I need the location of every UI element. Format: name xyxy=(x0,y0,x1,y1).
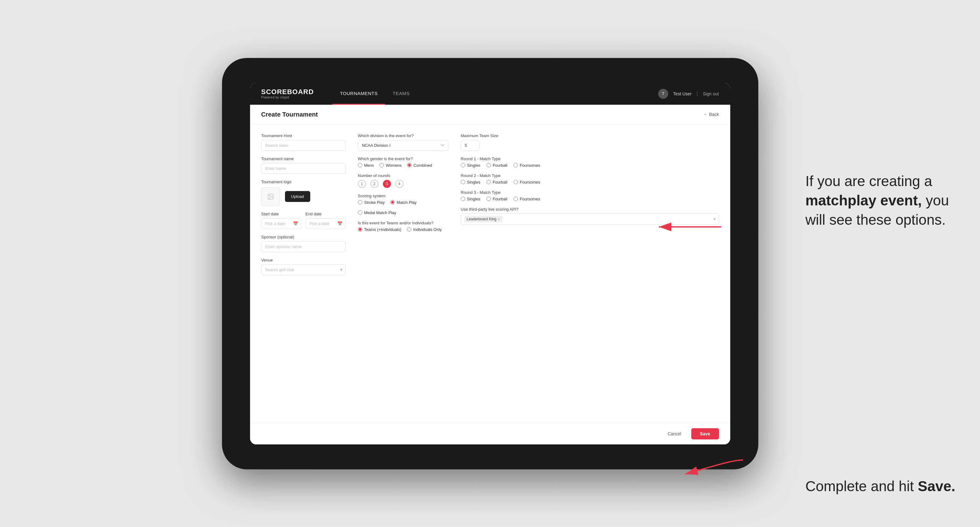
annotation-bottom: Complete and hit Save. xyxy=(805,476,961,496)
round-3[interactable]: 3 xyxy=(383,180,391,188)
tournament-name-field: Tournament name xyxy=(261,156,345,174)
back-link[interactable]: ← Back xyxy=(703,112,719,117)
r3-singles[interactable]: Singles xyxy=(461,197,480,201)
sponsor-input[interactable] xyxy=(261,241,345,252)
api-tag-value: Leaderboard King xyxy=(467,217,496,221)
tournament-host-input[interactable] xyxy=(261,140,345,151)
round2-label: Round 2 - Match Type xyxy=(461,173,719,178)
page-header: Create Tournament ← Back xyxy=(250,105,730,125)
round-2[interactable]: 2 xyxy=(371,180,379,188)
date-row: Start date 📅 End date 📅 xyxy=(261,212,345,229)
round-1[interactable]: 1 xyxy=(358,180,366,188)
annotation-bottom-text1: Complete and hit xyxy=(805,478,918,494)
scoring-api-label: Use third-party live scoring API? xyxy=(461,207,719,212)
event-individuals[interactable]: Individuals Only xyxy=(407,227,442,232)
sponsor-label: Sponsor (optional) xyxy=(261,235,345,239)
tournament-name-input[interactable] xyxy=(261,163,345,174)
division-select[interactable]: NCAA Division I NCAA Division II NCAA Di… xyxy=(358,140,449,151)
annotation-right: If you are creating a matchplay event, y… xyxy=(805,171,961,229)
scoring-match-label: Match Play xyxy=(397,200,417,205)
gender-mens[interactable]: Mens xyxy=(358,163,374,168)
avatar: T xyxy=(658,89,668,99)
event-individuals-label: Individuals Only xyxy=(413,227,442,232)
rounds-field: Number of rounds 1 2 3 4 xyxy=(358,173,449,188)
end-date-wrap: 📅 xyxy=(305,218,345,229)
cancel-button[interactable]: Cancel xyxy=(661,428,687,440)
tournament-logo-label: Tournament logo xyxy=(261,179,345,184)
arrow-save xyxy=(682,454,745,479)
event-teams-label: Teams (+Individuals) xyxy=(364,227,402,232)
r2-fourball[interactable]: Fourball xyxy=(487,180,507,184)
save-button[interactable]: Save xyxy=(691,428,719,440)
end-date-label: End date xyxy=(305,212,345,216)
rounds-row: 1 2 3 4 xyxy=(358,180,449,188)
gender-womens-label: Womens xyxy=(386,163,402,168)
tournament-host-input-wrap xyxy=(261,140,345,151)
gender-combined[interactable]: Combined xyxy=(407,163,432,168)
venue-input-wrap: ▾ xyxy=(261,264,345,275)
round3-match-type: Round 3 - Match Type Singles Fourball xyxy=(461,190,719,201)
gender-mens-label: Mens xyxy=(364,163,374,168)
scoring-medal[interactable]: Medal Match Play xyxy=(358,210,396,215)
calendar-icon-2: 📅 xyxy=(337,221,342,226)
tournament-name-label: Tournament name xyxy=(261,156,345,161)
event-teams[interactable]: Teams (+Individuals) xyxy=(358,227,402,232)
dropdown-icon: ▾ xyxy=(340,267,342,272)
division-label: Which division is the event for? xyxy=(358,133,449,138)
nav-tabs: TOURNAMENTS TEAMS xyxy=(332,83,658,105)
max-team-size-input[interactable] xyxy=(461,140,480,151)
form-col-right: Maximum Team Size Round 1 - Match Type S… xyxy=(461,133,719,414)
scoring-stroke[interactable]: Stroke Play xyxy=(358,200,385,205)
scoring-stroke-label: Stroke Play xyxy=(364,200,385,205)
arrow-matchplay xyxy=(656,216,724,238)
r2-foursomes[interactable]: Foursomes xyxy=(514,180,540,184)
upload-button[interactable]: Upload xyxy=(285,191,310,202)
division-field: Which division is the event for? NCAA Di… xyxy=(358,133,449,151)
tag-close-icon[interactable]: × xyxy=(498,217,500,222)
api-tag: Leaderboard King × xyxy=(464,216,503,222)
round1-label: Round 1 - Match Type xyxy=(461,156,719,161)
start-date-wrap: 📅 xyxy=(261,218,301,229)
start-date-label: Start date xyxy=(261,212,301,216)
gender-womens[interactable]: Womens xyxy=(379,163,402,168)
tablet-device: SCOREBOARD Powered by clippit TOURNAMENT… xyxy=(222,58,758,469)
page-title: Create Tournament xyxy=(261,111,318,118)
nav-right: T Test User | Sign out xyxy=(658,89,719,99)
r2-singles[interactable]: Singles xyxy=(461,180,480,184)
venue-label: Venue xyxy=(261,258,345,262)
gender-field: Which gender is the event for? Mens Wome… xyxy=(358,156,449,168)
round2-match-type: Round 2 - Match Type Singles Fourball xyxy=(461,173,719,184)
r1-singles[interactable]: Singles xyxy=(461,163,480,168)
round-4[interactable]: 4 xyxy=(395,180,404,188)
annotation-bold-save: Save. xyxy=(918,478,955,494)
event-for-label: Is this event for Teams and/or Individua… xyxy=(358,221,449,225)
form-footer: Cancel Save xyxy=(250,423,730,444)
form-area: Tournament Host Tournament name Tourname… xyxy=(250,125,730,444)
r3-foursomes[interactable]: Foursomes xyxy=(514,197,540,201)
r3-fourball[interactable]: Fourball xyxy=(487,197,507,201)
gender-combined-label: Combined xyxy=(414,163,432,168)
logo-main: SCOREBOARD xyxy=(261,88,314,96)
round3-label: Round 3 - Match Type xyxy=(461,190,719,195)
scoring-medal-label: Medal Match Play xyxy=(364,210,396,215)
r1-fourball[interactable]: Fourball xyxy=(487,163,507,168)
start-date-field: Start date 📅 xyxy=(261,212,301,229)
nav-tab-teams[interactable]: TEAMS xyxy=(385,83,417,105)
scoring-label: Scoring system xyxy=(358,194,449,198)
form-body: Tournament Host Tournament name Tourname… xyxy=(250,125,730,423)
r1-foursomes[interactable]: Foursomes xyxy=(514,163,540,168)
venue-input[interactable] xyxy=(261,264,345,275)
signout-link[interactable]: Sign out xyxy=(703,91,719,96)
nav-tab-tournaments[interactable]: TOURNAMENTS xyxy=(332,83,385,105)
round3-options: Singles Fourball Foursomes xyxy=(461,197,719,201)
svg-point-1 xyxy=(269,195,270,196)
scoring-match[interactable]: Match Play xyxy=(390,200,417,205)
round1-match-type: Round 1 - Match Type Singles Fourball xyxy=(461,156,719,168)
nav-user: Test User xyxy=(673,91,692,96)
gender-radio-group: Mens Womens Combined xyxy=(358,163,449,168)
max-team-size-label: Maximum Team Size xyxy=(461,133,719,138)
tournament-host-label: Tournament Host xyxy=(261,133,345,138)
event-for-radio-group: Teams (+Individuals) Individuals Only xyxy=(358,227,449,232)
round2-options: Singles Fourball Foursomes xyxy=(461,180,719,184)
event-for-field: Is this event for Teams and/or Individua… xyxy=(358,221,449,232)
